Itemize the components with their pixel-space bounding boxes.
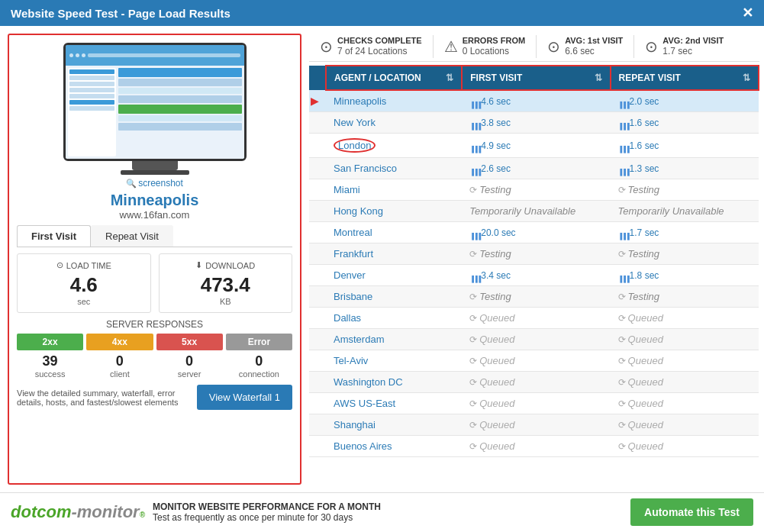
locations-table: AGENT / LOCATION ⇅ FIRST VISIT ⇅ REPEAT … xyxy=(309,65,759,457)
first-visit-time[interactable]: ⟳Testing xyxy=(462,243,610,264)
table-row[interactable]: Tel-Aviv⟳Queued⟳Queued xyxy=(309,350,759,371)
repeat-visit-time[interactable]: 1.7 sec xyxy=(611,221,759,243)
repeat-visit-time[interactable]: 1.6 sec xyxy=(611,111,759,133)
first-visit-time[interactable]: ⟳Queued xyxy=(462,414,610,435)
tab-repeat-visit[interactable]: Repeat Visit xyxy=(91,225,173,247)
table-row[interactable]: Miami⟳Testing⟳Testing xyxy=(309,179,759,200)
col-repeat-visit[interactable]: REPEAT VISIT ⇅ xyxy=(611,66,759,90)
location-name[interactable]: Minneapolis xyxy=(326,90,462,112)
queue-icon: ⟳ xyxy=(618,356,626,366)
tab-first-visit[interactable]: First Visit xyxy=(17,225,91,247)
table-row[interactable]: Hong KongTemporarily UnavailableTemporar… xyxy=(309,200,759,221)
location-name[interactable]: Buenos Aires xyxy=(326,435,462,456)
window-title: Website Speed Test - Page Load Results xyxy=(11,7,230,20)
row-arrow xyxy=(309,371,326,392)
table-row[interactable]: Buenos Aires⟳Queued⟳Queued xyxy=(309,435,759,456)
location-name[interactable]: Tel-Aviv xyxy=(326,350,462,371)
download-box: ⬇ DOWNLOAD 473.4 KB xyxy=(159,253,293,313)
first-visit-time[interactable]: ⟳Queued xyxy=(462,435,610,456)
location-name[interactable]: AWS US-East xyxy=(326,392,462,414)
table-row[interactable]: ▶Minneapolis4.6 sec2.0 sec xyxy=(309,90,759,112)
table-row[interactable]: AWS US-East⟳Queued⟳Queued xyxy=(309,392,759,414)
queue-icon: ⟳ xyxy=(618,420,626,430)
location-name[interactable]: San Francisco xyxy=(326,157,462,179)
table-row[interactable]: Dallas⟳Queued⟳Queued xyxy=(309,307,759,328)
response-bars: 2xx 4xx 5xx Error xyxy=(17,334,292,350)
repeat-visit-time[interactable]: ⟳Testing xyxy=(611,243,759,264)
repeat-visit-time[interactable]: ⟳Queued xyxy=(611,328,759,350)
table-row[interactable]: New York3.8 sec1.6 sec xyxy=(309,111,759,133)
first-visit-time[interactable]: 2.6 sec xyxy=(462,157,610,179)
location-name[interactable]: Shanghai xyxy=(326,414,462,435)
location-name[interactable]: Washington DC xyxy=(326,371,462,392)
first-visit-time[interactable]: ⟳Queued xyxy=(462,350,610,371)
location-name[interactable]: Dallas xyxy=(326,307,462,328)
location-name[interactable]: Hong Kong xyxy=(326,200,462,221)
first-visit-time[interactable]: 3.8 sec xyxy=(462,111,610,133)
first-visit-time[interactable]: Temporarily Unavailable xyxy=(462,200,610,221)
table-row[interactable]: Denver3.4 sec1.8 sec xyxy=(309,264,759,285)
repeat-visit-time[interactable]: 2.0 sec xyxy=(611,90,759,112)
response-counts: 39 success 0 client 0 server 0 connectio… xyxy=(17,353,292,379)
title-bar: Website Speed Test - Page Load Results ✕ xyxy=(0,0,764,26)
table-row[interactable]: Frankfurt⟳Testing⟳Testing xyxy=(309,243,759,264)
repeat-visit-time[interactable]: ⟳Testing xyxy=(611,285,759,307)
location-name[interactable]: Montreal xyxy=(326,221,462,243)
location-name[interactable]: Amsterdam xyxy=(326,328,462,350)
first-visit-time[interactable]: ⟳Testing xyxy=(462,179,610,200)
col-first-visit[interactable]: FIRST VISIT ⇅ xyxy=(462,66,610,90)
row-arrow xyxy=(309,350,326,371)
screenshot-link[interactable]: 🔍screenshot xyxy=(17,178,292,189)
location-name[interactable]: London xyxy=(326,133,462,157)
repeat-visit-time[interactable]: ⟳Queued xyxy=(611,350,759,371)
response-5xx: 5xx xyxy=(156,334,223,350)
first-visit-time[interactable]: 20.0 sec xyxy=(462,221,610,243)
first-visit-time[interactable]: ⟳Queued xyxy=(462,307,610,328)
row-arrow xyxy=(309,157,326,179)
count-2xx: 39 success xyxy=(17,353,83,379)
location-name[interactable]: Frankfurt xyxy=(326,243,462,264)
repeat-visit-time[interactable]: 1.3 sec xyxy=(611,157,759,179)
table-row[interactable]: London4.9 sec1.6 sec xyxy=(309,133,759,157)
automate-button[interactable]: Automate this Test xyxy=(630,498,753,526)
first-visit-time[interactable]: ⟳Queued xyxy=(462,392,610,414)
left-bottom: View the detailed summary, waterfall, er… xyxy=(17,385,292,410)
errors-value: 0 Locations xyxy=(463,46,526,58)
close-icon[interactable]: ✕ xyxy=(742,6,753,20)
results-table: AGENT / LOCATION ⇅ FIRST VISIT ⇅ REPEAT … xyxy=(309,65,759,492)
view-waterfall-button[interactable]: View Waterfall 1 xyxy=(197,385,292,410)
row-arrow xyxy=(309,328,326,350)
first-visit-time[interactable]: 3.4 sec xyxy=(462,264,610,285)
location-name[interactable]: Brisbane xyxy=(326,285,462,307)
repeat-visit-time[interactable]: ⟳Queued xyxy=(611,392,759,414)
repeat-visit-time[interactable]: 1.6 sec xyxy=(611,133,759,157)
first-visit-time[interactable]: ⟳Queued xyxy=(462,371,610,392)
location-name[interactable]: Denver xyxy=(326,264,462,285)
repeat-visit-time[interactable]: Temporarily Unavailable xyxy=(611,200,759,221)
first-visit-time[interactable]: ⟳Queued xyxy=(462,328,610,350)
repeat-visit-time[interactable]: ⟳Queued xyxy=(611,435,759,456)
table-row[interactable]: Brisbane⟳Testing⟳Testing xyxy=(309,285,759,307)
table-row[interactable]: Montreal20.0 sec1.7 sec xyxy=(309,221,759,243)
table-row[interactable]: Washington DC⟳Queued⟳Queued xyxy=(309,371,759,392)
visit-tabs: First Visit Repeat Visit xyxy=(17,225,292,247)
bar-chart-icon xyxy=(469,229,479,237)
screenshot-anchor[interactable]: screenshot xyxy=(138,178,183,189)
location-name[interactable]: Miami xyxy=(326,179,462,200)
table-row[interactable]: Shanghai⟳Queued⟳Queued xyxy=(309,414,759,435)
first-visit-time[interactable]: 4.6 sec xyxy=(462,90,610,112)
queue-icon: ⟳ xyxy=(469,398,477,409)
repeat-visit-time[interactable]: 1.8 sec xyxy=(611,264,759,285)
table-row[interactable]: San Francisco2.6 sec1.3 sec xyxy=(309,157,759,179)
location-name[interactable]: New York xyxy=(326,111,462,133)
first-visit-time[interactable]: 4.9 sec xyxy=(462,133,610,157)
checks-icon: ⊙ xyxy=(320,37,333,56)
repeat-visit-time[interactable]: ⟳Testing xyxy=(611,179,759,200)
repeat-visit-time[interactable]: ⟳Queued xyxy=(611,371,759,392)
queue-icon: ⟳ xyxy=(469,313,477,324)
repeat-visit-time[interactable]: ⟳Queued xyxy=(611,307,759,328)
first-visit-time[interactable]: ⟳Testing xyxy=(462,285,610,307)
table-row[interactable]: Amsterdam⟳Queued⟳Queued xyxy=(309,328,759,350)
repeat-visit-time[interactable]: ⟳Queued xyxy=(611,414,759,435)
col-agent-location[interactable]: AGENT / LOCATION ⇅ xyxy=(326,66,462,90)
